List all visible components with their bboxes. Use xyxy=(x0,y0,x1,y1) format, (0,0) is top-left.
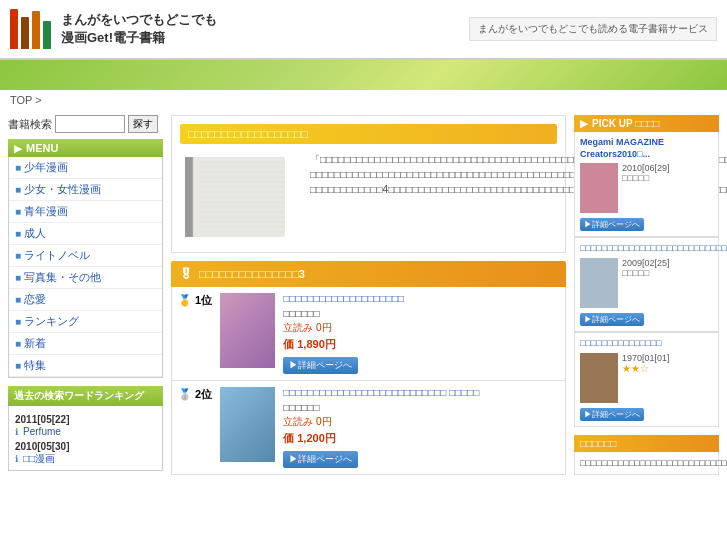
book-spine-1 xyxy=(10,9,18,49)
rank-label-1: 🥇 1位 xyxy=(178,294,212,306)
rank-info-2: □□□□□□□□□□□□□□□□□□□□□□□□□□□ □□□□□ □□□□□□… xyxy=(283,387,559,468)
pickup-detail-btn-1[interactable]: ▶詳細ページへ xyxy=(580,218,644,231)
center-content: □□□□□□□□□□□□□□□□□□ xyxy=(171,115,566,483)
menu-header: ▶ MENU xyxy=(8,139,163,157)
pickup-info-3: 1970[01[01] ★★☆ xyxy=(622,353,670,374)
svg-rect-1 xyxy=(185,157,193,237)
search-box: 書籍検索 探す xyxy=(8,115,163,133)
rank-free-trial-2: 立読み 0円 xyxy=(283,415,559,429)
ranking-section-title: □□□□□□□□□□□□□□□3 xyxy=(199,268,305,280)
rank-main-price-1: 価 1,890円 xyxy=(283,337,559,352)
pickup-cover-3 xyxy=(580,353,618,403)
menu-item-shoujo[interactable]: ■少女・女性漫画 xyxy=(9,179,162,201)
star-rating-3: ★★☆ xyxy=(622,363,670,374)
pickup-cover-1 xyxy=(580,163,618,213)
menu-bullet: ■ xyxy=(15,338,21,349)
menu-list: ■少年漫画 ■少女・女性漫画 ■青年漫画 ■成人 ■ライトノベル ■写真集・その… xyxy=(8,157,163,378)
pickup-date-2: 2009[02[25] xyxy=(622,258,670,268)
ranking-date-1: 2011[05[22] xyxy=(15,414,156,425)
rank-price-type-1: □□□□□□ xyxy=(283,308,559,319)
menu-item-new[interactable]: ■新着 xyxy=(9,333,162,355)
search-input[interactable] xyxy=(55,115,125,133)
menu-bullet: ■ xyxy=(15,316,21,327)
featured-section: □□□□□□□□□□□□□□□□□□ xyxy=(171,115,566,253)
pickup-meta-2: 2009[02[25] □□□□□ xyxy=(580,258,713,308)
menu-header-label: MENU xyxy=(26,142,58,154)
menu-triangle-icon: ▶ xyxy=(14,143,22,154)
header-text: まんがをいつでもどこでも 漫画Get!電子書籍 xyxy=(61,11,217,47)
menu-item-adult[interactable]: ■成人 xyxy=(9,223,162,245)
pickup-cover-image-1 xyxy=(580,163,618,213)
menu-item-lightnovel[interactable]: ■ライトノベル xyxy=(9,245,162,267)
pickup-header: ▶ PICK UP □□□□ xyxy=(574,115,719,132)
rank-title-2[interactable]: □□□□□□□□□□□□□□□□□□□□□□□□□□□ □□□□□ xyxy=(283,387,559,398)
ranking-item-1: 🥇 1位 □□□□□□□□□□□□□□□□□□□□ □□□□□□ 立読み 0円 xyxy=(171,287,566,381)
search-button[interactable]: 探す xyxy=(128,115,158,133)
menu-item-seinen[interactable]: ■青年漫画 xyxy=(9,201,162,223)
past-ranking-header: 過去の検索ワードランキング xyxy=(8,386,163,406)
ranking-entry-perfume[interactable]: ℹ Perfume xyxy=(15,425,156,437)
rank-title-1[interactable]: □□□□□□□□□□□□□□□□□□□□ xyxy=(283,293,559,304)
rank-badge-2: 🥈 2位 xyxy=(178,387,212,402)
pickup-item-3: □□□□□□□□□□□□□□□ 1970[01[01] ★★☆ ▶詳細ページへ xyxy=(574,332,719,427)
pickup-cover-image-2 xyxy=(580,258,618,308)
right-sidebar: ▶ PICK UP □□□□ Megami MAGAZINE Creators2… xyxy=(574,115,719,483)
header-right-text: まんがをいつでもどこでも読める電子書籍サービス xyxy=(469,17,717,41)
logo-books xyxy=(10,9,51,49)
pickup-title-2[interactable]: □□□□□□□□□□□□□□□□□□□□□□□□□□□□ xyxy=(580,243,713,255)
pickup-info-2: 2009[02[25] □□□□□ xyxy=(622,258,670,278)
header: まんがをいつでもどこでも 漫画Get!電子書籍 まんがをいつでもどこでも読める電… xyxy=(0,0,727,60)
menu-bullet: ■ xyxy=(15,162,21,173)
search-label: 書籍検索 xyxy=(8,117,52,132)
new-arrival-content: □□□□□□□□□□□□□□□□□□□□□□□□□□□□□□□□□□□□□□□w… xyxy=(574,452,719,476)
ranking-section: 🎖 □□□□□□□□□□□□□□□3 🥇 1位 □□□□□□□□□□□□□□□□… xyxy=(171,261,566,475)
pickup-date-3: 1970[01[01] xyxy=(622,353,670,363)
menu-item-ranking[interactable]: ■ランキング xyxy=(9,311,162,333)
ranking-icon-2: ℹ xyxy=(15,454,18,464)
pickup-info-1: 2010[06[29] □□□□□ xyxy=(622,163,670,183)
rank-detail-btn-2[interactable]: ▶詳細ページへ xyxy=(283,451,358,468)
menu-item-romance[interactable]: ■恋愛 xyxy=(9,289,162,311)
sidebar: 書籍検索 探す ▶ MENU ■少年漫画 ■少女・女性漫画 ■青年漫画 ■成人 … xyxy=(8,115,163,483)
menu-bullet: ■ xyxy=(15,228,21,239)
breadcrumb-separator: > xyxy=(35,94,41,106)
menu-bullet: ■ xyxy=(15,184,21,195)
pickup-title-3[interactable]: □□□□□□□□□□□□□□□ xyxy=(580,338,713,350)
pickup-triangle-icon: ▶ xyxy=(580,118,588,129)
pickup-date-1: 2010[06[29] xyxy=(622,163,670,173)
book-spine-2 xyxy=(21,17,29,49)
pickup-item-1: Megami MAGAZINE Creators2010□... 2010[06… xyxy=(574,132,719,237)
rank-info-1: □□□□□□□□□□□□□□□□□□□□ □□□□□□ 立読み 0円 価 1,8… xyxy=(283,293,559,374)
rank-cover-1 xyxy=(220,293,275,368)
rank-price-type-2: □□□□□□ xyxy=(283,402,559,413)
pickup-cover-2 xyxy=(580,258,618,308)
featured-image xyxy=(180,152,300,244)
pickup-detail-btn-3[interactable]: ▶詳細ページへ xyxy=(580,408,644,421)
book-illustration xyxy=(180,152,290,242)
rank-main-price-2: 価 1,200円 xyxy=(283,431,559,446)
pickup-meta-3: 1970[01[01] ★★☆ xyxy=(580,353,713,403)
rank-detail-btn-1[interactable]: ▶詳細ページへ xyxy=(283,357,358,374)
menu-bullet: ■ xyxy=(15,360,21,371)
featured-title-text: □□□□□□□□□□□□□□□□□□ xyxy=(188,128,308,140)
pickup-detail-btn-2[interactable]: ▶詳細ページへ xyxy=(580,313,644,326)
pickup-header-label: PICK UP □□□□ xyxy=(592,118,659,129)
menu-item-special[interactable]: ■特集 xyxy=(9,355,162,377)
rank-price-1: □□□□□□ 立読み 0円 価 1,890円 ▶詳細ページへ xyxy=(283,308,559,374)
pickup-meta-1: 2010[06[29] □□□□□ xyxy=(580,163,713,213)
book-spine-3 xyxy=(32,11,40,49)
ranking-icon: ℹ xyxy=(15,427,18,437)
menu-item-shounen[interactable]: ■少年漫画 xyxy=(9,157,162,179)
menu-bullet: ■ xyxy=(15,294,21,305)
rank-badge-1: 🥇 1位 xyxy=(178,293,212,308)
menu-bullet: ■ xyxy=(15,206,21,217)
ranking-entry-2[interactable]: ℹ □□漫画 xyxy=(15,452,156,466)
breadcrumb-top[interactable]: TOP xyxy=(10,94,32,106)
menu-bullet: ■ xyxy=(15,250,21,261)
ranking-item-2: 🥈 2位 □□□□□□□□□□□□□□□□□□□□□□□□□□□ □□□□□ □… xyxy=(171,381,566,475)
ranking-medal-icon: 🎖 xyxy=(179,266,193,282)
ranking-date-2: 2010[05[30] xyxy=(15,441,156,452)
menu-item-photobook[interactable]: ■写真集・その他 xyxy=(9,267,162,289)
header-subtitle: 漫画Get!電子書籍 xyxy=(61,29,217,47)
pickup-title-1[interactable]: Megami MAGAZINE Creators2010□... xyxy=(580,137,713,160)
